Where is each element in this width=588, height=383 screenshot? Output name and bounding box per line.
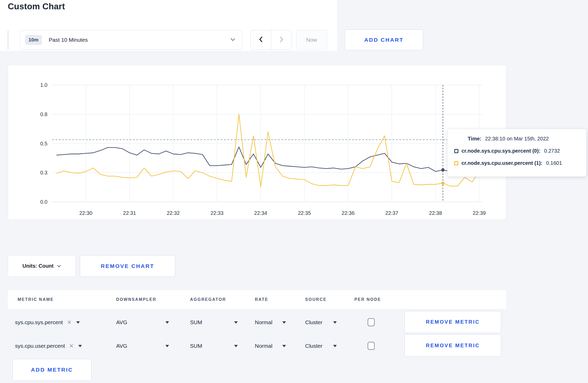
- chevron-down-icon: [230, 38, 235, 42]
- rate-value: Normal: [255, 319, 272, 325]
- source-select[interactable]: Cluster: [305, 335, 337, 357]
- caret-down-icon: [165, 345, 169, 347]
- time-range-label: Past 10 Minutes: [49, 37, 88, 43]
- metric-name-select[interactable]: sys.cpu.user.percent ✕: [15, 335, 82, 357]
- svg-text:22:38: 22:38: [429, 210, 442, 216]
- col-header-aggregator: AGGREGATOR: [190, 290, 226, 309]
- aggregator-select[interactable]: SUM: [190, 335, 238, 357]
- aggregator-value: SUM: [190, 343, 202, 349]
- aggregator-select[interactable]: SUM: [190, 311, 238, 334]
- col-header-rate: RATE: [255, 290, 268, 309]
- chart-svg[interactable]: 0.00.30.50.81.022:3022:3122:3222:3322:34…: [8, 65, 507, 220]
- metric-name-select[interactable]: sys.cpu.sys.percent ✕: [15, 311, 80, 334]
- downsampler-value: AVG: [116, 343, 127, 349]
- tooltip-series-value: 0.2732: [544, 147, 560, 155]
- source-value: Cluster: [305, 319, 323, 325]
- svg-text:22:39: 22:39: [473, 210, 486, 216]
- col-header-per-node: PER NODE: [354, 290, 381, 309]
- caret-down-icon: [282, 321, 286, 324]
- svg-text:0.0: 0.0: [40, 199, 47, 205]
- legend-swatch-user-icon: [454, 161, 458, 165]
- time-pager: [250, 30, 292, 50]
- svg-text:0.8: 0.8: [40, 111, 47, 117]
- chevron-left-icon: [258, 36, 263, 44]
- toolbar-divider: [8, 31, 8, 49]
- rate-value: Normal: [255, 343, 272, 349]
- remove-metric-button[interactable]: REMOVE METRIC: [404, 335, 501, 357]
- rate-select[interactable]: Normal: [255, 311, 286, 334]
- units-select[interactable]: Units: Count: [8, 255, 76, 277]
- svg-text:22:35: 22:35: [298, 210, 311, 216]
- close-icon[interactable]: ✕: [67, 319, 72, 325]
- page-title: Custom Chart: [8, 2, 65, 11]
- tooltip-time-label: Time:: [468, 134, 481, 143]
- svg-text:0.3: 0.3: [40, 170, 47, 175]
- metrics-table-header: METRIC NAME DOWNSAMPLER AGGREGATOR RATE …: [8, 290, 506, 309]
- col-header-downsampler: DOWNSAMPLER: [116, 290, 156, 309]
- aggregator-value: SUM: [190, 319, 202, 325]
- next-range-button[interactable]: [271, 30, 292, 49]
- caret-down-icon: [234, 345, 238, 347]
- svg-text:22:37: 22:37: [385, 210, 398, 216]
- add-metric-button[interactable]: ADD METRIC: [12, 359, 92, 381]
- table-row: sys.cpu.sys.percent ✕ AVG SUM Normal Clu…: [0, 311, 588, 334]
- downsampler-select[interactable]: AVG: [116, 335, 169, 357]
- prev-range-button[interactable]: [251, 30, 271, 49]
- col-header-metric-name: METRIC NAME: [18, 290, 54, 309]
- caret-down-icon: [234, 321, 238, 324]
- caret-down-icon: [333, 321, 337, 324]
- chart-card: 0.00.30.50.81.022:3022:3122:3222:3322:34…: [8, 65, 506, 219]
- units-label: Units: Count: [23, 263, 54, 269]
- remove-metric-button[interactable]: REMOVE METRIC: [404, 311, 501, 333]
- close-icon[interactable]: ✕: [69, 343, 74, 349]
- svg-text:22:31: 22:31: [123, 210, 136, 216]
- add-chart-button[interactable]: ADD CHART: [345, 30, 423, 50]
- now-button[interactable]: Now: [296, 30, 327, 50]
- caret-down-icon: [78, 345, 82, 347]
- downsampler-value: AVG: [116, 319, 127, 325]
- source-value: Cluster: [305, 343, 323, 349]
- remove-chart-button[interactable]: REMOVE CHART: [80, 255, 175, 277]
- legend-swatch-sys-icon: [454, 149, 458, 153]
- caret-down-icon: [333, 345, 337, 347]
- caret-down-icon: [165, 321, 169, 324]
- tooltip-series-value: 0.1601: [546, 159, 562, 167]
- chart-tooltip: Time: 22:38:10 on Mar 15th, 2022 cr.node…: [447, 129, 586, 177]
- svg-text:22:33: 22:33: [211, 210, 223, 216]
- per-node-checkbox[interactable]: [368, 318, 375, 326]
- metric-name-value: sys.cpu.user.percent: [15, 343, 65, 349]
- svg-text:0.5: 0.5: [40, 141, 47, 146]
- tooltip-series-label: cr.node.sys.cpu.user.percent (1):: [461, 159, 542, 167]
- col-header-source: SOURCE: [305, 290, 327, 309]
- per-node-checkbox[interactable]: [368, 342, 375, 350]
- chevron-down-icon: [57, 264, 61, 268]
- tooltip-series-label: cr.node.sys.cpu.sys.percent (0):: [461, 147, 541, 155]
- svg-text:1.0: 1.0: [40, 82, 47, 88]
- chevron-right-icon: [279, 36, 284, 44]
- caret-down-icon: [282, 345, 286, 347]
- time-range-badge: 10m: [25, 35, 42, 45]
- tooltip-time-value: 22:38:10 on Mar 15th, 2022: [485, 134, 549, 143]
- rate-select[interactable]: Normal: [255, 335, 286, 357]
- metric-name-value: sys.cpu.sys.percent: [15, 319, 63, 325]
- source-select[interactable]: Cluster: [305, 311, 337, 334]
- time-range-select[interactable]: 10m Past 10 Minutes: [20, 30, 242, 50]
- svg-text:22:36: 22:36: [342, 210, 355, 216]
- svg-text:22:34: 22:34: [254, 210, 267, 216]
- custom-chart-page: Custom Chart 10m Past 10 Minutes Now ADD…: [0, 0, 588, 383]
- caret-down-icon: [76, 321, 80, 324]
- table-row: sys.cpu.user.percent ✕ AVG SUM Normal Cl…: [0, 335, 588, 357]
- svg-text:22:30: 22:30: [79, 210, 92, 216]
- downsampler-select[interactable]: AVG: [116, 311, 169, 334]
- svg-text:22:32: 22:32: [167, 210, 180, 216]
